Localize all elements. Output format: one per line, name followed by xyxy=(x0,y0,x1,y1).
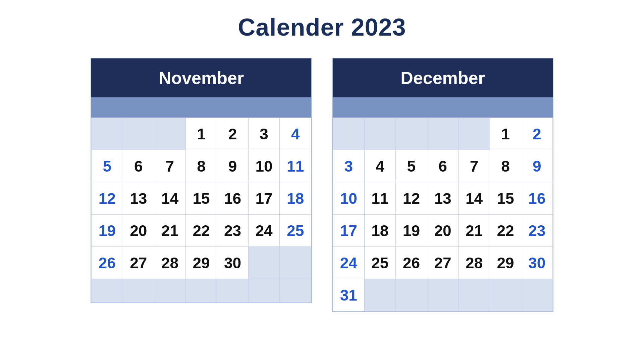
calendar-cell xyxy=(364,118,396,150)
calendar-cell xyxy=(92,118,123,150)
calendar-cell: 19 xyxy=(92,215,123,247)
calendar-cell: 5 xyxy=(396,150,427,182)
calendar-cell xyxy=(248,279,280,303)
calendar-cell xyxy=(396,118,427,150)
calendar-cell: 15 xyxy=(185,182,217,215)
calendar-cell: 25 xyxy=(280,215,311,247)
calendar-cell xyxy=(154,279,186,303)
calendar-cell: 25 xyxy=(364,247,396,279)
calendar-cell: 1 xyxy=(490,118,521,150)
calendar-cell xyxy=(427,118,459,150)
calendar-cell: 6 xyxy=(123,150,154,182)
calendar-cell: 10 xyxy=(248,150,280,182)
calendar-cell: 2 xyxy=(217,118,249,150)
calendar-cell: 24 xyxy=(248,215,280,247)
december-subheader xyxy=(333,97,553,118)
page-title: Calender 2023 xyxy=(238,13,406,41)
calendar-cell: 23 xyxy=(521,215,553,247)
calendar-cell: 29 xyxy=(185,247,217,279)
calendar-cell: 13 xyxy=(123,182,154,215)
calendar-cell: 16 xyxy=(521,182,553,215)
calendar-cell xyxy=(521,279,553,311)
november-grid: 1234567891011121314151617181920212223242… xyxy=(91,118,311,303)
calendar-cell xyxy=(123,279,154,303)
calendar-cell xyxy=(333,118,365,150)
calendar-cell: 21 xyxy=(154,215,186,247)
calendar-cell: 19 xyxy=(396,215,427,247)
calendar-cell xyxy=(396,279,427,311)
calendar-cell: 24 xyxy=(333,247,365,279)
calendar-cell: 7 xyxy=(154,150,186,182)
calendar-cell: 26 xyxy=(92,247,123,279)
calendar-cell: 1 xyxy=(185,118,217,150)
calendar-cell: 11 xyxy=(280,150,311,182)
calendar-cell xyxy=(459,118,490,150)
calendar-cell: 17 xyxy=(333,215,365,247)
calendar-cell: 4 xyxy=(364,150,396,182)
calendar-cell: 17 xyxy=(248,182,280,215)
calendar-cell: 3 xyxy=(248,118,280,150)
calendar-cell xyxy=(217,279,249,303)
calendar-cell: 27 xyxy=(427,247,459,279)
calendar-cell: 30 xyxy=(521,247,553,279)
calendar-cell: 6 xyxy=(427,150,459,182)
calendars-container: November 1234567891011121314151617181920… xyxy=(80,58,564,312)
calendar-cell: 21 xyxy=(459,215,490,247)
november-subheader xyxy=(91,97,311,118)
calendar-cell: 28 xyxy=(154,247,186,279)
calendar-cell: 12 xyxy=(92,182,123,215)
calendar-cell: 16 xyxy=(217,182,249,215)
november-header: November xyxy=(91,58,311,97)
november-calendar: November 1234567891011121314151617181920… xyxy=(91,58,312,303)
calendar-cell: 26 xyxy=(396,247,427,279)
calendar-cell xyxy=(280,247,311,279)
calendar-cell xyxy=(280,279,311,303)
calendar-cell: 18 xyxy=(280,182,311,215)
calendar-cell: 9 xyxy=(217,150,249,182)
calendar-cell: 23 xyxy=(217,215,249,247)
calendar-cell: 8 xyxy=(490,150,521,182)
calendar-cell: 7 xyxy=(459,150,490,182)
calendar-cell: 28 xyxy=(459,247,490,279)
calendar-cell xyxy=(459,279,490,311)
calendar-cell: 22 xyxy=(490,215,521,247)
calendar-cell: 9 xyxy=(521,150,553,182)
calendar-cell: 12 xyxy=(396,182,427,215)
calendar-cell: 8 xyxy=(185,150,217,182)
calendar-cell xyxy=(490,279,521,311)
calendar-cell: 10 xyxy=(333,182,365,215)
calendar-cell: 2 xyxy=(521,118,553,150)
calendar-cell: 3 xyxy=(333,150,365,182)
calendar-cell xyxy=(123,118,154,150)
calendar-cell xyxy=(427,279,459,311)
calendar-cell xyxy=(154,118,186,150)
calendar-cell: 20 xyxy=(427,215,459,247)
calendar-cell: 15 xyxy=(490,182,521,215)
calendar-cell: 4 xyxy=(280,118,311,150)
calendar-cell: 31 xyxy=(333,279,365,311)
calendar-cell xyxy=(364,279,396,311)
calendar-cell: 13 xyxy=(427,182,459,215)
calendar-cell: 29 xyxy=(490,247,521,279)
calendar-cell: 27 xyxy=(123,247,154,279)
calendar-cell: 18 xyxy=(364,215,396,247)
calendar-cell xyxy=(185,279,217,303)
december-header: December xyxy=(333,58,553,97)
calendar-cell: 14 xyxy=(459,182,490,215)
calendar-cell xyxy=(92,279,123,303)
december-calendar: December 1234567891011121314151617181920… xyxy=(332,58,553,312)
december-grid: 1234567891011121314151617181920212223242… xyxy=(333,118,553,311)
calendar-cell: 22 xyxy=(185,215,217,247)
calendar-cell: 20 xyxy=(123,215,154,247)
calendar-cell: 14 xyxy=(154,182,186,215)
calendar-cell xyxy=(248,247,280,279)
calendar-cell: 11 xyxy=(364,182,396,215)
calendar-cell: 5 xyxy=(92,150,123,182)
calendar-cell: 30 xyxy=(217,247,249,279)
